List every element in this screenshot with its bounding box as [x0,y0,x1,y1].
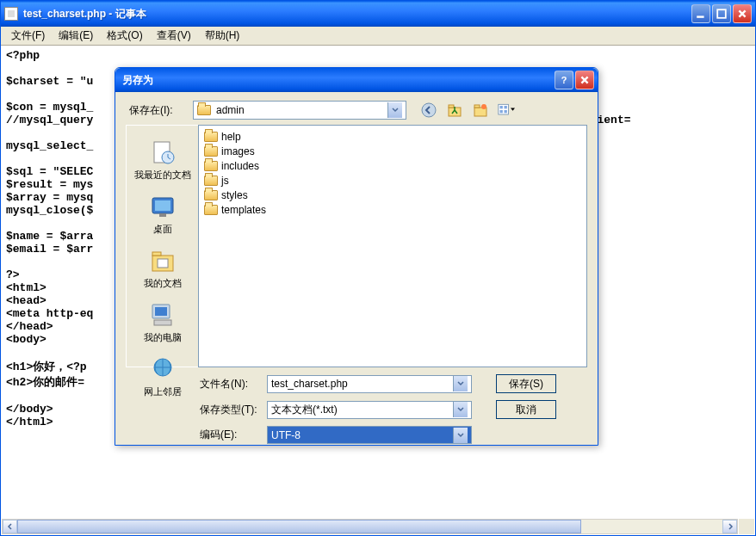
recent-docs-icon [148,138,177,167]
place-network-label: 网上邻居 [144,385,182,398]
place-mycomputer[interactable]: 我的电脑 [127,297,198,348]
place-desktop-label: 桌面 [153,223,172,236]
folder-icon [204,190,218,200]
filetype-label: 保存类型(T): [200,403,267,417]
computer-icon [148,300,177,330]
svg-rect-7 [474,105,480,108]
svg-rect-23 [155,307,167,316]
desktop-icon [148,192,177,221]
dialog-body: 保存在(I): admin 我最近的文档 桌面 [115,92,598,459]
menu-view[interactable]: 查看(V) [150,27,198,45]
folder-icon [204,132,218,142]
svg-rect-24 [154,320,171,325]
chevron-down-icon [453,402,468,417]
back-button[interactable] [420,102,437,119]
svg-rect-1 [717,9,726,18]
maximize-button[interactable] [712,4,731,23]
chevron-down-icon [387,102,402,118]
svg-rect-11 [505,106,507,108]
folder-icon [197,105,211,115]
encoding-dropdown[interactable]: UTF-8 [267,426,472,444]
filetype-value: 文本文档(*.txt) [271,403,338,417]
places-bar: 我最近的文档 桌面 我的文档 我的电脑 网上邻居 [126,125,198,367]
place-desktop[interactable]: 桌面 [127,188,198,239]
mydocs-icon [148,246,177,275]
chevron-down-icon [453,376,468,391]
window-title: test_charset.php - 记事本 [23,7,691,22]
svg-rect-10 [500,106,503,108]
svg-rect-5 [449,105,454,108]
chevron-down-icon [453,428,468,443]
svg-rect-13 [505,110,507,113]
svg-point-8 [481,104,486,109]
filetype-dropdown[interactable]: 文本文档(*.txt) [267,401,472,419]
place-mycomputer-label: 我的电脑 [144,331,182,344]
svg-rect-12 [500,110,503,113]
help-button[interactable]: ? [555,71,573,89]
cancel-button[interactable]: 取消 [496,400,556,419]
network-icon [148,354,177,384]
svg-rect-17 [155,200,170,211]
up-folder-button[interactable] [446,102,463,119]
menu-format[interactable]: 格式(O) [100,27,149,45]
app-icon [4,7,18,21]
scroll-right-button[interactable] [722,520,737,533]
svg-text:?: ? [561,75,567,85]
scroll-thumb[interactable] [17,520,581,533]
list-item[interactable]: includes [202,158,583,173]
place-mydocs-label: 我的文档 [144,277,182,290]
filename-value: test_charset.php [271,378,348,390]
place-recent-label: 我最近的文档 [134,169,191,182]
resize-grip[interactable] [739,519,754,534]
svg-rect-18 [159,213,166,217]
file-list[interactable]: help images includes js styles templates [198,125,587,367]
svg-point-3 [422,103,436,117]
list-item[interactable]: help [202,129,583,144]
list-item[interactable]: templates [202,202,583,217]
list-item[interactable]: styles [202,188,583,202]
menu-help[interactable]: 帮助(H) [198,27,247,45]
filename-input[interactable]: test_charset.php [267,375,472,393]
minimize-button[interactable] [691,4,710,23]
horizontal-scrollbar[interactable] [2,519,738,534]
main-titlebar[interactable]: test_charset.php - 记事本 [1,1,755,27]
save-in-dropdown[interactable]: admin [193,101,406,120]
dialog-close-button[interactable] [575,71,594,89]
encoding-label: 编码(E): [200,428,267,442]
filename-label: 文件名(N): [200,377,267,391]
folder-icon [204,205,218,215]
svg-rect-20 [152,252,161,256]
list-item[interactable]: images [202,144,583,158]
dialog-titlebar[interactable]: 另存为 ? [115,68,598,92]
dialog-title: 另存为 [119,73,555,88]
folder-icon [204,161,218,171]
save-as-dialog: 另存为 ? 保存在(I): admin 我最 [115,67,598,446]
menu-edit[interactable]: 编辑(E) [52,27,100,45]
list-item[interactable]: js [202,173,583,188]
save-button[interactable]: 保存(S) [496,374,556,393]
save-in-value: admin [216,104,245,116]
menu-file[interactable]: 文件(F) [4,27,52,45]
place-recent[interactable]: 我最近的文档 [127,134,198,185]
encoding-value: UTF-8 [271,429,301,441]
svg-rect-21 [158,259,168,268]
folder-icon [204,146,218,157]
save-in-label: 保存在(I): [126,103,193,118]
scroll-track[interactable] [17,520,722,533]
menu-bar: 文件(F) 编辑(E) 格式(O) 查看(V) 帮助(H) [1,27,755,46]
place-mydocs[interactable]: 我的文档 [127,243,198,293]
scroll-left-button[interactable] [3,520,17,533]
place-network[interactable]: 网上邻居 [127,351,198,402]
svg-rect-0 [697,15,703,17]
view-menu-button[interactable] [498,102,515,119]
new-folder-button[interactable] [472,102,489,119]
folder-icon [204,176,218,186]
close-button[interactable] [733,4,752,23]
